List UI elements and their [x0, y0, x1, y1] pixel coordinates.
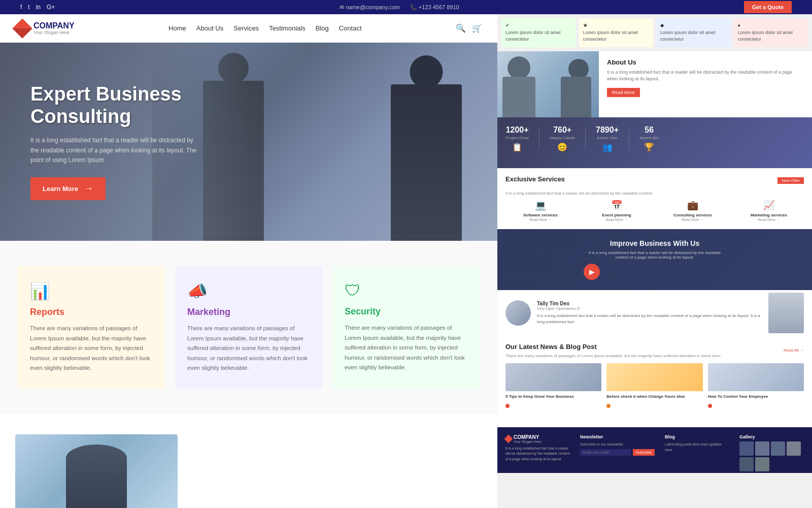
blog-dot-2	[606, 404, 611, 408]
nav-contact[interactable]: Contact	[339, 24, 362, 32]
stat-clients-label: Happy Clients	[550, 136, 575, 140]
newsletter-email-input[interactable]	[580, 449, 631, 456]
feature-marketing-card: 📣 Marketing There are many variations of…	[175, 266, 322, 389]
cart-icon[interactable]: 🛒	[472, 23, 482, 33]
mini-card-4-text: Lorem ipsum dolor sit amet consectetur	[738, 30, 793, 42]
person2-head	[410, 55, 443, 88]
phone-info: 📞 +123 4567 8910	[410, 4, 459, 11]
learn-more-button[interactable]: Learn More →	[30, 177, 106, 200]
search-icon[interactable]: 🔍	[456, 23, 466, 33]
sidebar-top-cards: ✓ Lorem ipsum dolor sit amet consectetur…	[497, 14, 812, 51]
blog-img-2	[606, 363, 702, 391]
sidebar-footer-section: COMPANY Your Slogan Here It is a long es…	[497, 427, 812, 473]
social-links: f t in G+	[20, 4, 55, 11]
blog-read-all-link[interactable]: Read All →	[784, 348, 804, 353]
mini-card-2: ★ Lorem ipsum dolor sit amet consectetur	[579, 18, 654, 47]
new-offer-button[interactable]: New Offer	[777, 177, 804, 184]
right-sidebar: ✓ Lorem ipsum dolor sit amet consectetur…	[497, 14, 812, 508]
stats-row: 1200+ Project Done 📋 760+ Happy Clients …	[505, 125, 804, 152]
service-marketing-name: Marketing services	[734, 213, 804, 217]
stat-divider-3	[629, 129, 629, 149]
blog-card-1: 5 Tips to Keep Grow Your Business	[505, 363, 601, 410]
footer-input-row: Subscribe	[580, 449, 655, 456]
sidebar-improve-section: Improve Business With Us It is a long es…	[497, 229, 812, 290]
services-grid: 💻 Software services Read More → 📅 Event …	[505, 200, 804, 223]
mini-card-2-label: ★	[583, 22, 650, 29]
projects-icon: 📋	[505, 142, 529, 152]
gallery-img-3	[771, 441, 785, 456]
mini-card-2-text: Lorem ipsum dolor sit amet consectetur	[583, 30, 638, 42]
nav-about[interactable]: About Us	[196, 24, 223, 32]
stat-divider-2	[585, 129, 586, 149]
logo-text-group: COMPANY Your Slogan Here	[33, 22, 75, 35]
mini-card-3: ◆ Lorem ipsum dolor sit amet consectetur	[656, 18, 731, 47]
logo-diamond-icon	[12, 18, 32, 39]
stat-projects-label: Project Done	[505, 136, 529, 140]
navbar: COMPANY Your Slogan Here Home About Us S…	[0, 14, 497, 43]
about-person-silhouette	[66, 444, 127, 508]
hero-section: Expert Business Consulting It is a long …	[0, 43, 497, 241]
stat-awards-label: Award Win	[639, 136, 659, 140]
footer-brand-desc: It is a long established fact that a rea…	[505, 446, 570, 462]
blog-img-1	[505, 363, 601, 391]
stat-users-num: 7890+	[596, 125, 619, 135]
twitter-icon[interactable]: t	[28, 4, 29, 11]
mini-card-3-label: ◆	[660, 22, 727, 29]
blog-card-3: How To Control Your Employee	[708, 363, 804, 410]
services-desc: It is a long established fact that a rea…	[505, 191, 804, 196]
marketing-desc: There are many variations of passages of…	[187, 324, 310, 373]
gallery-img-6	[755, 457, 769, 471]
clients-icon: 😊	[550, 142, 575, 152]
left-content: COMPANY Your Slogan Here Home About Us S…	[0, 14, 497, 508]
footer-brand-text: COMPANY Your Slogan Here	[514, 434, 542, 443]
play-button[interactable]: ▶	[584, 264, 600, 280]
about-p2-head	[568, 59, 589, 79]
marketing-title: Marketing	[187, 307, 310, 318]
linkedin-icon[interactable]: in	[36, 4, 41, 11]
stat-divider-1	[539, 129, 539, 149]
marketing-icon: 📣	[187, 281, 310, 301]
services-title: Exclusive Services	[505, 175, 565, 183]
email-icon: ✉	[340, 4, 346, 10]
phone-text: +123 4567 8910	[419, 4, 459, 10]
sidebar-testimonial-section: Tally Tim Deo Vice Oper Operations D It …	[497, 290, 812, 336]
events-icon: 📅	[582, 200, 652, 211]
service-software-link[interactable]: Read More →	[505, 217, 576, 223]
newsletter-subscribe-button[interactable]: Subscribe	[633, 449, 655, 456]
nav-testimonials[interactable]: Testimonials	[269, 24, 306, 32]
phone-icon: 📞	[410, 4, 419, 10]
sidebar-about-image	[497, 51, 599, 117]
nav-home[interactable]: Home	[168, 24, 186, 32]
service-consulting: 💼 Consulting services Read More →	[658, 200, 728, 223]
footer-brand-name: COMPANY	[514, 434, 542, 440]
stat-users: 7890+ Active User 👥	[596, 125, 619, 152]
footer-logo: COMPANY Your Slogan Here	[505, 434, 570, 443]
hero-title: Expert Business Consulting	[30, 83, 233, 128]
googleplus-icon[interactable]: G+	[47, 4, 55, 11]
stat-awards: 56 Award Win 🏆	[639, 125, 659, 152]
cta-area: Get a Quote	[744, 1, 792, 13]
get-quote-button[interactable]: Get a Quote	[744, 1, 792, 13]
nav-services[interactable]: Services	[233, 24, 259, 32]
blog-img-3	[708, 363, 804, 391]
about-read-more-button[interactable]: Read More	[607, 88, 640, 97]
service-events-link[interactable]: Read More →	[582, 217, 652, 223]
sidebar-about-text: About Us It is a long established fact t…	[599, 51, 812, 117]
stat-clients-num: 760+	[550, 125, 575, 135]
reports-title: Reports	[30, 307, 153, 318]
blog-post-2-title: Before check it when Change Yours Idea	[606, 394, 702, 399]
improve-content: Improve Business With Us It is a long es…	[584, 239, 726, 280]
sidebar-about-people	[497, 51, 599, 117]
facebook-icon[interactable]: f	[20, 4, 22, 11]
service-consulting-link[interactable]: Read More →	[658, 217, 728, 223]
service-marketing-link[interactable]: Read More →	[734, 217, 804, 223]
footer-gallery-title: Gallery	[739, 434, 804, 439]
sidebar-blog-section: Our Latest News & Blog Post There are ma…	[497, 336, 812, 427]
gallery-img-1	[739, 441, 754, 456]
logo-area: COMPANY Your Slogan Here	[15, 21, 75, 36]
logo-tagline: Your Slogan Here	[33, 30, 75, 35]
nav-blog[interactable]: Blog	[316, 24, 329, 32]
arrow-icon: →	[84, 183, 93, 194]
person2-body	[391, 84, 462, 241]
email-info: ✉ name@company.com	[340, 4, 399, 11]
